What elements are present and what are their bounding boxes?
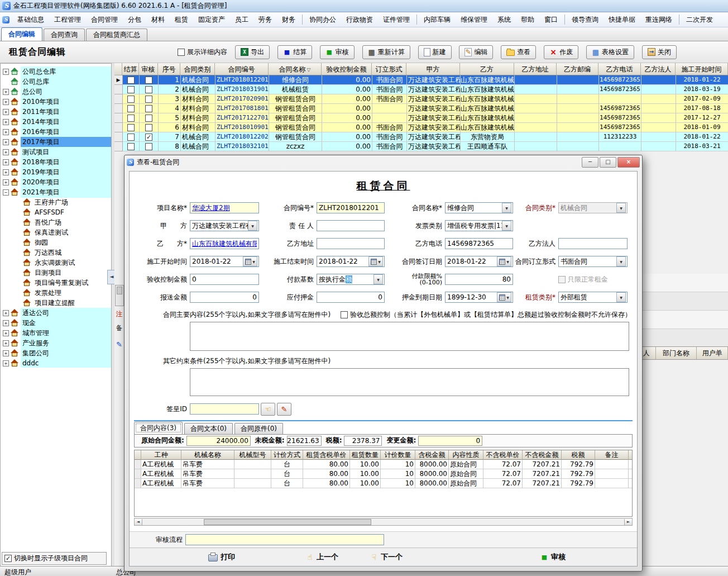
approve-flow-field[interactable] [185, 534, 384, 545]
new-doc-button[interactable]: 新建 [418, 45, 452, 59]
tree-node[interactable]: +公司总仓库 [1, 66, 111, 77]
toggle-sublevel-contracts[interactable]: 切换时显示子级项目合同 [2, 552, 107, 565]
date-picker-button[interactable]: ▼ [497, 292, 511, 302]
column-header-zip[interactable]: 乙方邮编 [557, 63, 598, 75]
expander-icon[interactable]: + [3, 69, 9, 75]
tree-node[interactable]: +总公司 [1, 87, 111, 97]
remark-side-tab[interactable]: 备 [114, 323, 124, 333]
date-picker-button[interactable]: ▼ [243, 256, 257, 266]
checkbox-icon[interactable] [4, 555, 12, 562]
tab-合同查询[interactable]: 合同查询 [44, 28, 85, 41]
checkbox-icon[interactable] [145, 115, 152, 122]
checkbox-icon[interactable] [145, 86, 152, 93]
menu-item-证件管理[interactable]: 证件管理 [378, 13, 415, 27]
tree-node[interactable]: +集团公司 [1, 348, 111, 358]
column-header-addr[interactable]: 乙方地址 [514, 63, 557, 75]
field-party-b-phone[interactable]: 14569872365 [445, 238, 513, 249]
sign-id-edit-button[interactable]: ✎ [277, 403, 291, 416]
column-header-legal[interactable]: 乙方法人 [641, 63, 676, 75]
checkbox-icon[interactable] [127, 143, 135, 150]
field-report-amount[interactable]: 0 [190, 292, 259, 303]
subtab-合同文本(0)[interactable]: 合同文本(0) [184, 423, 233, 434]
column-header-party_b[interactable]: 乙方 [460, 63, 514, 75]
checkbox-icon[interactable] [145, 134, 152, 141]
chevron-down-icon[interactable]: ▼ [616, 256, 626, 266]
tree-node[interactable]: 发票处理 [1, 288, 111, 298]
checkbox-icon[interactable] [127, 105, 135, 112]
column-header-form[interactable]: 订立形式 [372, 63, 406, 75]
edit-button[interactable]: ✎编辑 [459, 45, 493, 59]
menu-item-重连网络[interactable]: 重连网络 [640, 13, 677, 27]
note-side-tab[interactable]: 注 [114, 310, 124, 319]
tree-node[interactable]: −2021年项目 [1, 187, 111, 197]
field-party-a[interactable]: 万达建筑安装工程有▼ [190, 220, 259, 231]
expander-icon[interactable]: + [3, 129, 9, 135]
expander-icon[interactable]: + [3, 169, 9, 175]
menu-item-基础信息[interactable]: 基础信息 [12, 13, 49, 27]
menu-item-合同管理[interactable]: 合同管理 [86, 13, 123, 27]
expander-icon[interactable]: + [3, 109, 9, 115]
expander-icon[interactable]: + [3, 139, 9, 145]
contract-row[interactable]: 2机械合同ZLHT2018031901机械租赁0.00书面合同万达建筑安装工程山… [114, 85, 728, 94]
column-header-type[interactable]: 合同类别 [180, 63, 215, 75]
tab-合同编辑[interactable]: 合同编辑 [1, 27, 42, 41]
field-payment-limit[interactable]: 80 [445, 274, 513, 285]
tree-node[interactable]: 公司总库 [1, 77, 111, 87]
chevron-down-icon[interactable]: ▼ [616, 203, 626, 213]
hand-up-button[interactable]: ☝上一个 [303, 551, 342, 563]
checkbox-icon[interactable] [341, 311, 348, 318]
red-x-button[interactable]: ×作废 [544, 45, 578, 59]
expander-icon[interactable]: + [3, 310, 9, 316]
checkbox-icon[interactable] [145, 143, 152, 150]
party-b-link[interactable]: 山东百脉建筑机械有限 [192, 240, 257, 247]
field-party-b-legal[interactable] [558, 238, 628, 249]
menu-item-二次开发[interactable]: 二次开发 [681, 13, 718, 27]
tree-node[interactable]: +2016年项目 [1, 127, 111, 137]
column-header-settle[interactable]: 结算 [122, 63, 139, 75]
tree-node[interactable]: 御园 [1, 237, 111, 247]
expander-icon[interactable]: − [3, 189, 9, 196]
expander-icon[interactable]: + [3, 149, 9, 155]
field-start-date[interactable]: 2018-01-22▼ [190, 256, 259, 267]
chevron-down-icon[interactable]: ▼ [502, 203, 511, 213]
subtab-合同原件(0)[interactable]: 合同原件(0) [234, 423, 283, 434]
checkbox-icon[interactable] [145, 77, 152, 84]
tree-node[interactable]: 万达西城 [1, 247, 111, 258]
chevron-down-icon[interactable]: ▼ [502, 221, 511, 231]
expander-icon[interactable]: + [3, 340, 9, 346]
menu-item-快捷单据[interactable]: 快捷单据 [604, 13, 640, 27]
green-dot-button[interactable]: ■审核 [537, 551, 569, 563]
tree-node[interactable]: AFSFSDF [1, 207, 111, 217]
printer-button[interactable]: 打印 [205, 551, 238, 563]
close-button[interactable]: × [617, 157, 640, 168]
table-settings-button[interactable]: ▦表格设置 [586, 45, 634, 59]
expander-icon[interactable]: + [3, 360, 9, 366]
menu-item-劳务[interactable]: 劳务 [253, 13, 277, 27]
tab-合同租赁商汇总[interactable]: 合同租赁商汇总 [86, 28, 147, 41]
checkbox-icon[interactable] [145, 124, 152, 131]
field-deposit-due-date[interactable]: 1899-12-30▼ [445, 292, 513, 303]
show-detail-checkbox[interactable]: 展示详细内容 [178, 47, 227, 57]
checkbox-icon[interactable] [127, 115, 135, 122]
checkbox-icon[interactable] [127, 96, 135, 103]
field-acceptance-control-amount[interactable]: 0 [190, 274, 259, 285]
tree-node[interactable]: +2020年项目 [1, 177, 111, 187]
tree-node[interactable]: 项目建立提醒 [1, 298, 111, 308]
tree-node[interactable]: 吾悦广场 [1, 217, 111, 227]
column-header-audit[interactable]: 审核 [139, 63, 158, 75]
item-row[interactable]: A工程机械吊车费台80.0010.00108000.00原始合同72.07720… [135, 469, 632, 479]
tree-node[interactable]: +通达公司 [1, 308, 111, 318]
green-dot-button[interactable]: ■审核 [320, 45, 355, 59]
column-header-party_a[interactable]: 甲方 [406, 63, 460, 75]
chevron-down-icon[interactable]: ▼ [616, 292, 626, 302]
menu-item-系统[interactable]: 系统 [492, 13, 516, 27]
field-contract-category[interactable]: 机械合同▼ [558, 202, 628, 213]
field-invoice-type[interactable]: 增值税专用发票|11▼ [445, 220, 513, 231]
tree-node[interactable]: +现金 [1, 318, 111, 328]
checkbox-icon[interactable] [127, 77, 135, 84]
tree-node[interactable]: 永实调拨测试 [1, 258, 111, 268]
field-project-name[interactable]: 华凌大厦2期 [190, 202, 259, 213]
contract-row[interactable]: 4材料合同ZLHT2017081801钢管租赁合同0.00万达建筑安装工程山东百… [114, 104, 728, 113]
checkbox-icon[interactable] [127, 86, 135, 93]
tree-node[interactable]: +产业服务 [1, 338, 111, 348]
